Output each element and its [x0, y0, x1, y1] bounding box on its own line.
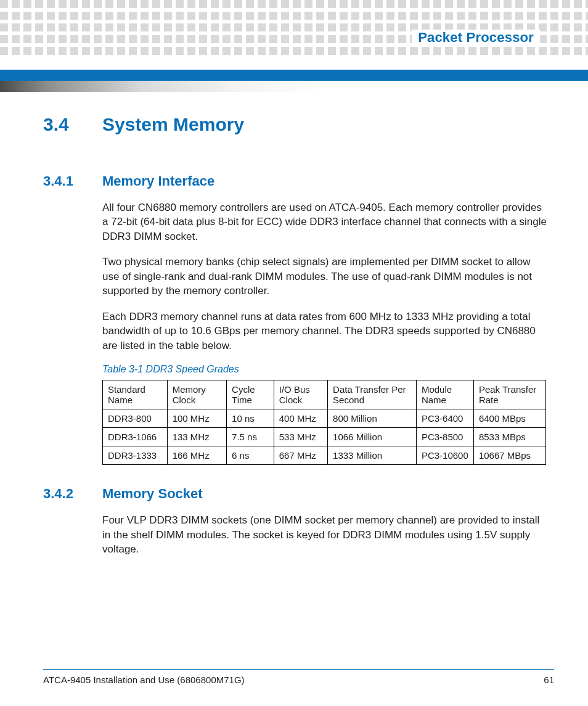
section-title: System Memory: [102, 114, 244, 134]
table-row: DDR3-800100 MHz10 ns400 MHz800 MillionPC…: [103, 409, 546, 428]
paragraph: All four CN6880 memory controllers are u…: [102, 200, 549, 244]
table-caption: Table 3-1 DDR3 Speed Grades: [102, 364, 549, 375]
table-header-cell: Module Name: [416, 380, 473, 409]
table-header-cell: Peak Transfer Rate: [473, 380, 545, 409]
table-header-row: Standard NameMemory ClockCycle TimeI/O B…: [103, 380, 546, 409]
table-cell: 10667 MBps: [473, 446, 545, 465]
table-cell: 6 ns: [227, 446, 274, 465]
table-cell: 8533 MBps: [473, 428, 545, 446]
table-cell: 7.5 ns: [227, 428, 274, 446]
footer-doc-title: ATCA-9405 Installation and Use (6806800M…: [43, 675, 245, 685]
section-number: 3.4: [43, 114, 102, 135]
page-footer: ATCA-9405 Installation and Use (6806800M…: [43, 669, 554, 685]
table-cell: 800 Million: [328, 409, 417, 428]
ddr3-speed-table: Standard NameMemory ClockCycle TimeI/O B…: [102, 380, 546, 465]
table-cell: 400 MHz: [274, 409, 327, 428]
table-cell: 166 MHz: [167, 446, 226, 465]
table-cell: 133 MHz: [167, 428, 226, 446]
footer-page-number: 61: [544, 675, 554, 685]
table-row: DDR3-1333166 MHz6 ns667 MHz1333 MillionP…: [103, 446, 546, 465]
header-gradient-bar: [0, 81, 588, 92]
table-cell: 1066 Million: [328, 428, 417, 446]
table-cell: 10 ns: [227, 409, 274, 428]
table-cell: 1333 Million: [328, 446, 417, 465]
paragraph: Four VLP DDR3 DIMM sockets (one DIMM soc…: [102, 513, 549, 556]
table-cell: 533 MHz: [274, 428, 327, 446]
table-header-cell: Cycle Time: [227, 380, 274, 409]
paragraph: Each DDR3 memory channel runs at data ra…: [102, 310, 549, 353]
table-cell: PC3-8500: [416, 428, 473, 446]
chapter-title: Packet Processor: [412, 30, 540, 46]
table-row: DDR3-1066133 MHz7.5 ns533 MHz1066 Millio…: [103, 428, 546, 446]
paragraph: Two physical memory banks (chip select s…: [102, 255, 549, 298]
table-cell: 667 MHz: [274, 446, 327, 465]
table-cell: PC3-6400: [416, 409, 473, 428]
table-cell: DDR3-1066: [103, 428, 168, 446]
table-header-cell: Standard Name: [103, 380, 168, 409]
table-cell: 100 MHz: [167, 409, 226, 428]
subsection-title: Memory Interface: [102, 173, 214, 189]
table-cell: DDR3-1333: [103, 446, 168, 465]
section-heading: 3.4System Memory: [43, 114, 549, 135]
subsection-title: Memory Socket: [102, 486, 203, 501]
subsection-number: 3.4.2: [43, 486, 102, 502]
table-header-cell: Data Transfer Per Second: [328, 380, 417, 409]
table-cell: PC3-10600: [416, 446, 473, 465]
table-cell: DDR3-800: [103, 409, 168, 428]
table-cell: 6400 MBps: [473, 409, 545, 428]
subsection-number: 3.4.1: [43, 173, 102, 189]
table-header-cell: Memory Clock: [167, 380, 226, 409]
subsection-heading: 3.4.2Memory Socket: [43, 486, 549, 502]
subsection-heading: 3.4.1Memory Interface: [43, 173, 549, 189]
header-blue-bar: [0, 70, 588, 81]
table-header-cell: I/O Bus Clock: [274, 380, 327, 409]
